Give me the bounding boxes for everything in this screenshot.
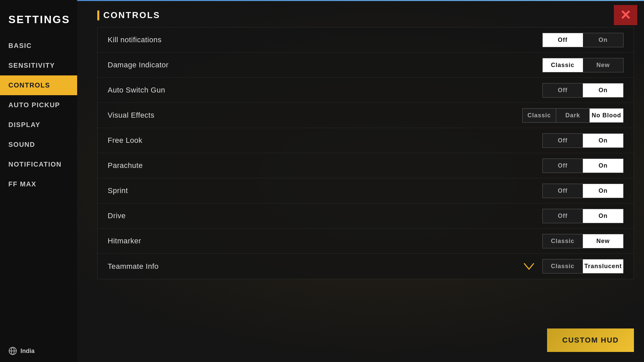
free-look-off[interactable]: Off [543,134,583,147]
region-label: India [20,348,35,355]
damage-indicator-label: Damage Indicator [108,61,169,69]
setting-row-free-look: Free Look Off On [98,128,634,153]
setting-row-sprint: Sprint Off On [98,178,634,203]
sidebar-item-display[interactable]: DISPLAY [0,115,77,135]
sprint-toggle: Off On [542,184,624,198]
sidebar-item-auto-pickup[interactable]: AUTO PICKUP [0,95,77,115]
visual-effects-no-blood[interactable]: No Blood [590,109,623,122]
scroll-down-icon [522,261,536,272]
setting-row-parachute: Parachute Off On [98,153,634,178]
auto-switch-gun-label: Auto Switch Gun [108,86,165,95]
parachute-off[interactable]: Off [543,159,583,173]
setting-row-hitmarker: Hitmarker Classic New [98,229,634,254]
drive-on[interactable]: On [583,209,623,223]
visual-effects-classic[interactable]: Classic [523,109,556,122]
damage-indicator-new[interactable]: New [583,58,623,72]
setting-row-auto-switch-gun: Auto Switch Gun Off On [98,78,634,103]
globe-icon [8,347,17,355]
teammate-info-label: Teammate Info [108,262,159,271]
drive-label: Drive [108,212,126,220]
section-accent [97,10,99,20]
region-info: India [0,340,77,362]
parachute-on[interactable]: On [583,159,623,173]
main-content: CONTROLS Kill notifications Off On Damag… [87,0,644,362]
kill-notifications-on[interactable]: On [583,33,623,47]
sprint-label: Sprint [108,186,128,195]
sprint-on[interactable]: On [583,184,623,198]
setting-row-drive: Drive Off On [98,203,634,229]
sidebar-item-ff-max[interactable]: FF MAX [0,174,77,194]
close-icon: ✕ [620,8,631,22]
free-look-toggle: Off On [542,133,624,148]
sidebar-item-controls[interactable]: CONTROLS [0,75,77,95]
auto-switch-gun-off[interactable]: Off [543,83,583,97]
app-title: SETTINGS [0,7,77,36]
kill-notifications-toggle: Off On [542,33,624,47]
section-header: CONTROLS [97,10,634,24]
damage-indicator-classic[interactable]: Classic [543,58,583,72]
setting-row-visual-effects: Visual Effects Classic Dark No Blood [98,103,634,128]
visual-effects-toggle: Classic Dark No Blood [522,108,624,123]
hitmarker-classic[interactable]: Classic [543,234,583,248]
sidebar-item-sensitivity[interactable]: SENSITIVITY [0,56,77,75]
close-button[interactable]: ✕ [614,5,637,25]
auto-switch-gun-toggle: Off On [542,83,624,98]
kill-notifications-off[interactable]: Off [543,33,583,47]
free-look-label: Free Look [108,136,143,145]
auto-switch-gun-on[interactable]: On [583,83,623,97]
sidebar-item-sound[interactable]: SOUND [0,135,77,155]
sidebar: SETTINGS BASIC SENSITIVITY CONTROLS AUTO… [0,0,77,362]
setting-row-kill-notifications: Kill notifications Off On [98,27,634,53]
hitmarker-new[interactable]: New [583,234,623,248]
parachute-label: Parachute [108,161,143,170]
free-look-on[interactable]: On [583,134,623,147]
drive-toggle: Off On [542,209,624,223]
custom-hud-button[interactable]: CUSTOM HUD [547,328,634,352]
section-title: CONTROLS [103,10,160,20]
hitmarker-toggle: Classic New [542,234,624,248]
sprint-off[interactable]: Off [543,184,583,198]
hitmarker-label: Hitmarker [108,237,141,245]
visual-effects-label: Visual Effects [108,111,154,120]
sidebar-item-basic[interactable]: BASIC [0,36,77,56]
kill-notifications-label: Kill notifications [108,36,162,44]
setting-row-damage-indicator: Damage Indicator Classic New [98,53,634,78]
visual-effects-dark[interactable]: Dark [556,109,590,122]
setting-row-teammate-info: Teammate Info Classic Translucent [98,254,634,279]
parachute-toggle: Off On [542,159,624,173]
top-bar [77,0,644,1]
drive-off[interactable]: Off [543,209,583,223]
settings-container: Kill notifications Off On Damage Indicat… [97,27,634,279]
teammate-info-toggle: Classic Translucent [542,259,624,274]
sidebar-item-notification[interactable]: NOTIFICATION [0,155,77,174]
teammate-info-classic[interactable]: Classic [543,259,583,273]
teammate-info-translucent[interactable]: Translucent [583,259,623,273]
damage-indicator-toggle: Classic New [542,58,624,72]
